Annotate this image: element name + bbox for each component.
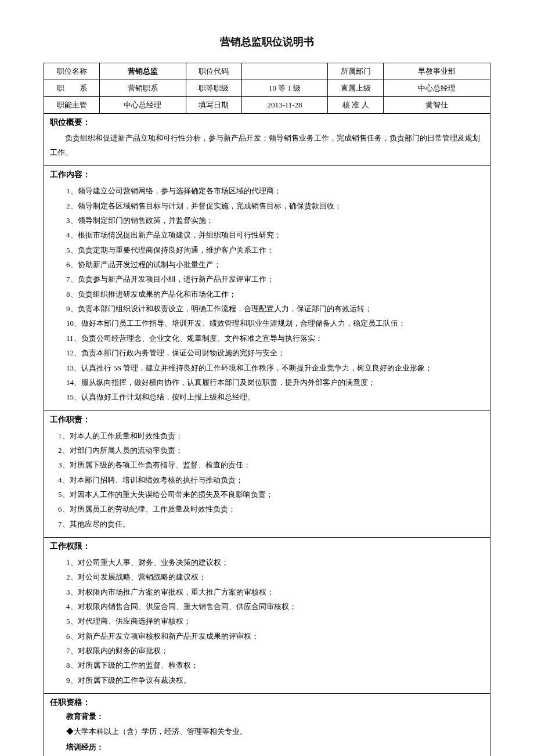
duties-item: 7、其他应尽的责任。 <box>58 517 484 531</box>
duties-item: 3、对所属下级的各项工作负有指导、监督、检查的责任； <box>58 458 484 472</box>
job-series-value: 营销职系 <box>100 80 186 97</box>
work-content-item: 11、负责公司经营理念、企业文化、规章制度、文件标准之宣导与执行落实； <box>66 331 484 345</box>
header-row-3: 职能主管 中心总经理 填写日期 2013-11-28 核 准 人 黄智仕 <box>44 97 490 114</box>
work-content-item: 2、领导制定各区域销售目标与计划，并督促实施，完成销售目标，确保货款回收； <box>66 199 484 213</box>
work-content-item: 1、领导建立公司营销网络，参与选择确定各市场区域的代理商； <box>66 183 484 198</box>
position-name-label: 职位名称 <box>44 63 100 80</box>
education-text: ◆大学本科以上（含）学历，经济、管理等相关专业。 <box>50 724 484 739</box>
function-manager-value: 中心总经理 <box>100 97 186 114</box>
overview-section: 职位概要： 负责组织和促进新产品立项和可行性分析，参与新产品开发；领导销售业务工… <box>44 114 490 166</box>
work-content-item: 4、根据市场情况提出新产品立项建议，并组织项目可行性研究； <box>66 228 484 242</box>
work-content-item: 15、认真做好工作计划和总结，按时上报上级和总经理。 <box>66 390 484 404</box>
work-content-item: 13、认真推行 5S 管理，建立并维持良好的工作环境和工作秩序，不断提升企业竞争… <box>66 361 484 375</box>
position-code-value <box>241 63 328 80</box>
training-title: 培训经历： <box>50 742 484 753</box>
overview-title: 职位概要： <box>50 117 484 128</box>
position-name-value: 营销总监 <box>100 63 186 80</box>
education-title: 教育背景： <box>50 711 484 722</box>
department-value: 早教事业部 <box>384 63 490 80</box>
authority-item: 2、对公司发展战略、营销战略的建议权； <box>66 570 484 584</box>
work-content-section: 工作内容： 1、领导建立公司营销网络，参与选择确定各市场区域的代理商；2、领导制… <box>44 166 490 411</box>
duties-item: 6、对所属员工的劳动纪律、工作质量及时效性负责； <box>58 502 484 516</box>
duties-list: 1、对本人的工作质量和时效性负责；2、对部门内所属人员的流动率负责；3、对所属下… <box>50 429 484 531</box>
authority-item: 3、对权限内市场推广方案的审批权，重大推广方案的审核权； <box>66 585 484 599</box>
job-grade-value: 10 等 1 级 <box>241 80 328 97</box>
fill-date-label: 填写日期 <box>186 97 241 114</box>
work-content-item: 12、负责本部门行政内务管理，保证公司财物设施的完好与安全； <box>66 345 484 360</box>
duties-item: 4、对本部门招聘、培训和绩效考核的执行与推动负责； <box>58 473 484 487</box>
overview-text: 负责组织和促进新产品立项和可行性分析，参与新产品开发；领导销售业务工作，完成销售… <box>50 131 484 160</box>
job-series-label: 职 系 <box>44 80 100 97</box>
job-grade-label: 职等职级 <box>186 80 241 97</box>
supervisor-label: 直属上级 <box>328 80 384 97</box>
authority-title: 工作权限： <box>50 541 484 552</box>
authority-item: 5、对代理商、供应商选择的审核权； <box>66 614 484 628</box>
duties-item: 1、对本人的工作质量和时效性负责； <box>58 429 484 443</box>
duties-item: 2、对部门内所属人员的流动率负责； <box>58 443 484 458</box>
authority-item: 6、对新产品开发立项审核权和新产品开发成果的评审权； <box>66 629 484 643</box>
supervisor-value: 中心总经理 <box>384 80 490 97</box>
header-table: 职位名称 营销总监 职位代码 所属部门 早教事业部 职 系 营销职系 职等职级 … <box>44 63 490 114</box>
work-content-item: 8、负责组织推进研发成果的产品化和市场化工作； <box>66 287 484 301</box>
authority-list: 1、对公司重大人事、财务、业务决策的建议权；2、对公司发展战略、营销战略的建议权… <box>50 555 484 687</box>
work-content-item: 3、领导制定部门的销售政策，并监督实施； <box>66 213 484 228</box>
duties-item: 5、对因本人工作的重大失误给公司带来的损失及不良影响负责； <box>58 487 484 502</box>
function-manager-label: 职能主管 <box>44 97 100 114</box>
header-row-1: 职位名称 营销总监 职位代码 所属部门 早教事业部 <box>44 63 490 80</box>
approver-label: 核 准 人 <box>328 97 384 114</box>
work-content-item: 5、负责定期与重要代理商保持良好沟通，维护客户关系工作； <box>66 243 484 257</box>
duties-title: 工作职责： <box>50 415 484 425</box>
work-content-item: 6、协助新产品开发过程的试制与小批量生产； <box>66 257 484 272</box>
document-title: 营销总监职位说明书 <box>44 35 490 49</box>
authority-item: 4、对权限内销售合同、供应合同、重大销售合同、供应合同审核权； <box>66 599 484 614</box>
authority-item: 9、对所属下级的工作争议有裁决权。 <box>66 673 484 687</box>
department-label: 所属部门 <box>328 63 384 80</box>
work-content-item: 9、负责本部门组织设计和权责设立，明确工作流程，合理配置人力，保证部门的有效运转… <box>66 301 484 316</box>
work-content-list: 1、领导建立公司营销网络，参与选择确定各市场区域的代理商；2、领导制定各区域销售… <box>50 183 484 404</box>
qualifications-section: 任职资格： 教育背景： ◆大学本科以上（含）学历，经济、管理等相关专业。 培训经… <box>44 694 490 756</box>
work-content-item: 14、服从纵向指挥，做好横向协作，认真履行本部门及岗位职责，提升内外部客户的满意… <box>66 375 484 390</box>
authority-item: 8、对所属下级的工作的监督、检查权； <box>66 658 484 672</box>
authority-item: 7、对权限内的财务的审批权； <box>66 643 484 658</box>
work-content-item: 10、做好本部门员工工作指导、培训开发、绩效管理和职业生涯规划，合理储备人力，稳… <box>66 316 484 330</box>
authority-item: 1、对公司重大人事、财务、业务决策的建议权； <box>66 555 484 570</box>
position-code-label: 职位代码 <box>186 63 241 80</box>
header-row-2: 职 系 营销职系 职等职级 10 等 1 级 直属上级 中心总经理 <box>44 80 490 97</box>
work-content-item: 7、负责参与新产品开发项目小组，进行新产品开发评审工作； <box>66 272 484 286</box>
qualifications-title: 任职资格： <box>50 697 484 708</box>
duties-section: 工作职责： 1、对本人的工作质量和时效性负责；2、对部门内所属人员的流动率负责；… <box>44 411 490 538</box>
work-content-title: 工作内容： <box>50 170 484 180</box>
authority-section: 工作权限： 1、对公司重大人事、财务、业务决策的建议权；2、对公司发展战略、营销… <box>44 538 490 694</box>
approver-value: 黄智仕 <box>384 97 490 114</box>
fill-date-value: 2013-11-28 <box>241 97 328 114</box>
